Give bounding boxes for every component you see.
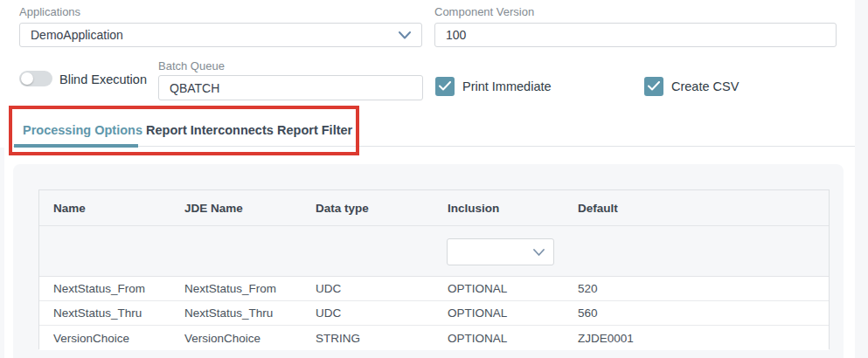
left-edge-strip [0,148,4,358]
tab-processing-options[interactable]: Processing Options [23,114,142,147]
column-header-jde-name: JDE Name [170,202,302,215]
cell-default: 520 [564,282,829,295]
tab-report-filter[interactable]: Report Filter [277,114,352,147]
cell-inclusion: OPTIONAL [434,332,564,345]
tab-bar: Processing Options Report Interconnects … [13,114,855,147]
cell-default: ZJDE0001 [564,332,829,345]
blind-execution-toggle[interactable] [19,71,52,86]
table-header-row: Name JDE Name Data type Inclusion Defaul… [39,190,829,226]
create-csv-label: Create CSV [671,79,739,93]
column-header-data-type: Data type [302,202,434,215]
applications-label: Applications [19,5,80,18]
right-edge-strip [855,0,868,358]
table-row[interactable]: VersionChoice VersionChoice STRING OPTIO… [39,326,829,350]
applications-select[interactable]: DemoApplication [19,23,422,47]
cell-jde-name: NextStatus_Thru [170,306,302,320]
print-immediate-label: Print Immediate [462,79,552,93]
tab-report-interconnects[interactable]: Report Interconnects [146,114,274,147]
table-row[interactable]: NextStatus_From NextStatus_From UDC OPTI… [39,277,829,301]
column-header-default: Default [564,202,829,215]
cell-data-type: STRING [302,332,434,345]
blind-execution-label: Blind Execution [59,72,147,86]
table-row[interactable]: NextStatus_Thru NextStatus_Thru UDC OPTI… [39,301,829,326]
print-immediate-checkbox[interactable] [435,77,455,96]
chevron-down-icon [533,245,545,258]
cell-inclusion: OPTIONAL [434,306,564,320]
applications-select-value: DemoApplication [31,28,123,42]
column-header-inclusion: Inclusion [434,202,564,215]
report-design-form: Applications DemoApplication Component V… [0,0,868,358]
component-version-input[interactable]: 100 [434,23,837,47]
batch-queue-label: Batch Queue [158,59,225,72]
create-csv-checkbox[interactable] [644,77,663,96]
check-icon [648,79,660,94]
processing-options-table: Name JDE Name Data type Inclusion Defaul… [38,189,830,349]
cell-name: NextStatus_From [39,282,170,295]
batch-queue-value: QBATCH [170,81,219,95]
cell-data-type: UDC [302,282,434,295]
cell-jde-name: VersionChoice [170,332,302,345]
column-header-name: Name [39,202,170,215]
toggle-knob [21,72,33,85]
inclusion-filter-select[interactable] [447,238,554,265]
active-tab-underline [14,144,138,148]
component-version-label: Component Version [434,5,534,18]
cell-inclusion: OPTIONAL [434,282,564,295]
check-icon [439,79,451,94]
batch-queue-input[interactable]: QBATCH [158,75,423,100]
table-filter-row [39,226,829,277]
cell-jde-name: NextStatus_From [170,282,302,295]
component-version-value: 100 [446,28,466,42]
cell-name: NextStatus_Thru [39,306,170,320]
chevron-down-icon [399,28,411,42]
cell-default: 560 [564,306,829,320]
cell-name: VersionChoice [39,332,170,345]
cell-data-type: UDC [302,306,434,320]
